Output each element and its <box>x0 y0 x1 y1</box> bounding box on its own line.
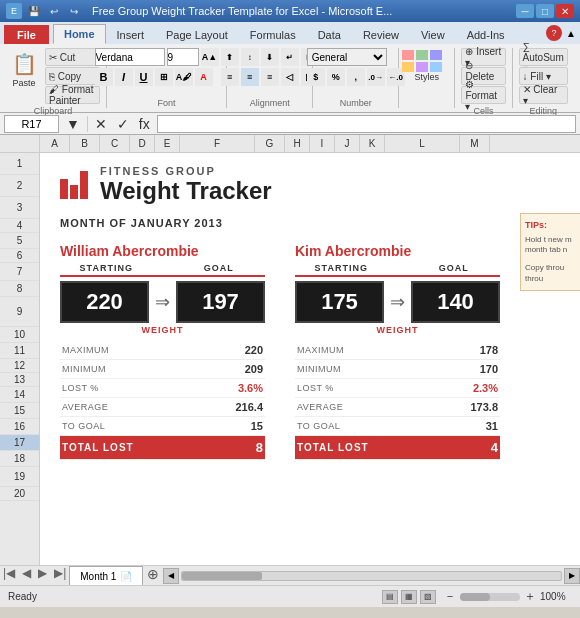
scroll-right-button[interactable]: ▶ <box>564 568 580 584</box>
minimize-ribbon-button[interactable]: ▲ <box>566 28 576 39</box>
col-header-k[interactable]: K <box>360 135 385 152</box>
row-19[interactable]: 19 <box>0 467 39 487</box>
currency-button[interactable]: $ <box>307 68 325 86</box>
underline-button[interactable]: U <box>135 68 153 86</box>
row-14[interactable]: 14 <box>0 387 39 403</box>
percent-button[interactable]: % <box>327 68 345 86</box>
col-header-g[interactable]: G <box>255 135 285 152</box>
tab-file[interactable]: File <box>4 25 49 44</box>
sum-button[interactable]: ∑ AutoSum ▾ <box>519 48 568 66</box>
h-scroll-track[interactable] <box>181 571 562 581</box>
align-left-button[interactable]: ≡ <box>221 68 239 86</box>
redo-button[interactable]: ↪ <box>66 3 82 19</box>
bold-button[interactable]: B <box>95 68 113 86</box>
minimize-button[interactable]: ─ <box>516 4 534 18</box>
tab-home[interactable]: Home <box>53 24 106 44</box>
col-header-e[interactable]: E <box>155 135 180 152</box>
cancel-formula-button[interactable]: ✕ <box>92 116 110 132</box>
row-11[interactable]: 11 <box>0 343 39 359</box>
row-6[interactable]: 6 <box>0 249 39 263</box>
normal-view-button[interactable]: ▤ <box>382 590 398 604</box>
cut-button[interactable]: ✂ Cut <box>45 48 100 66</box>
page-layout-button[interactable]: ▦ <box>401 590 417 604</box>
last-tab-button[interactable]: ▶| <box>51 566 69 585</box>
align-middle-button[interactable]: ↕ <box>241 48 259 66</box>
row-5[interactable]: 5 <box>0 233 39 249</box>
tab-review[interactable]: Review <box>352 25 410 44</box>
clear-button[interactable]: ✕ Clear ▾ <box>519 86 568 104</box>
sheet-tab-month1[interactable]: Month 1 📄 <box>69 566 143 585</box>
col-header-a[interactable]: A <box>40 135 70 152</box>
row-10[interactable]: 10 <box>0 327 39 343</box>
format-painter-button[interactable]: 🖌 Format Painter <box>45 86 100 104</box>
h-scroll-thumb[interactable] <box>182 572 262 580</box>
zoom-in-button[interactable]: ＋ <box>524 588 536 605</box>
help-button[interactable]: ? <box>546 25 562 41</box>
border-button[interactable]: ⊞ <box>155 68 173 86</box>
font-name-input[interactable] <box>95 48 165 66</box>
row-16[interactable]: 16 <box>0 419 39 435</box>
wrap-text-button[interactable]: ↵ <box>281 48 299 66</box>
row-17[interactable]: 17 <box>0 435 39 451</box>
align-top-button[interactable]: ⬆ <box>221 48 239 66</box>
page-break-button[interactable]: ▧ <box>420 590 436 604</box>
comma-button[interactable]: , <box>347 68 365 86</box>
row-4[interactable]: 4 <box>0 219 39 233</box>
indent-decrease-button[interactable]: ◁ <box>281 68 299 86</box>
row-2[interactable]: 2 <box>0 175 39 197</box>
fill-button[interactable]: ↓ Fill ▾ <box>519 67 568 85</box>
formula-input[interactable] <box>157 115 576 133</box>
zoom-slider[interactable] <box>460 593 520 601</box>
font-color-button[interactable]: A <box>195 68 213 86</box>
col-header-f[interactable]: F <box>180 135 255 152</box>
row-18[interactable]: 18 <box>0 451 39 467</box>
col-header-d[interactable]: D <box>130 135 155 152</box>
number-format-select[interactable]: General <box>307 48 387 66</box>
styles-button[interactable]: Styles <box>398 48 456 84</box>
align-right-button[interactable]: ≡ <box>261 68 279 86</box>
row-13[interactable]: 13 <box>0 373 39 387</box>
font-size-input[interactable] <box>167 48 199 66</box>
tab-data[interactable]: Data <box>307 25 352 44</box>
name-box-expand-button[interactable]: ▼ <box>63 116 83 132</box>
next-tab-button[interactable]: ▶ <box>35 566 50 585</box>
fill-color-button[interactable]: A🖌 <box>175 68 193 86</box>
paste-button[interactable]: 📋 Paste <box>6 48 42 90</box>
undo-button[interactable]: ↩ <box>46 3 62 19</box>
tab-formulas[interactable]: Formulas <box>239 25 307 44</box>
select-all-button[interactable] <box>0 135 40 152</box>
col-header-j[interactable]: J <box>335 135 360 152</box>
save-button[interactable]: 💾 <box>26 3 42 19</box>
scroll-left-button[interactable]: ◀ <box>163 568 179 584</box>
dec-increase-button[interactable]: .0→ <box>367 68 385 86</box>
maximize-button[interactable]: □ <box>536 4 554 18</box>
row-20[interactable]: 20 <box>0 487 39 501</box>
col-header-l[interactable]: L <box>385 135 460 152</box>
row-15[interactable]: 15 <box>0 403 39 419</box>
row-3[interactable]: 3 <box>0 197 39 219</box>
add-sheet-button[interactable]: ⊕ <box>143 566 163 585</box>
cells-area[interactable]: FITNESS GROUP Weight Tracker MONTH OF JA… <box>40 153 580 565</box>
tab-add-ins[interactable]: Add-Ins <box>456 25 516 44</box>
tab-page-layout[interactable]: Page Layout <box>155 25 239 44</box>
row-9[interactable]: 9 <box>0 297 39 327</box>
col-header-i[interactable]: I <box>310 135 335 152</box>
cell-reference-input[interactable] <box>4 115 59 133</box>
italic-button[interactable]: I <box>115 68 133 86</box>
tab-insert[interactable]: Insert <box>106 25 156 44</box>
row-8[interactable]: 8 <box>0 281 39 297</box>
col-header-m[interactable]: M <box>460 135 490 152</box>
col-header-h[interactable]: H <box>285 135 310 152</box>
row-1[interactable]: 1 <box>0 153 39 175</box>
format-button[interactable]: ⚙ Format ▾ <box>461 86 505 104</box>
increase-font-button[interactable]: A▲ <box>201 48 219 66</box>
align-center-button[interactable]: ≡ <box>241 68 259 86</box>
first-tab-button[interactable]: |◀ <box>0 566 18 585</box>
align-bottom-button[interactable]: ⬇ <box>261 48 279 66</box>
row-7[interactable]: 7 <box>0 263 39 281</box>
copy-button[interactable]: ⎘ Copy <box>45 67 100 85</box>
prev-tab-button[interactable]: ◀ <box>19 566 34 585</box>
col-header-c[interactable]: C <box>100 135 130 152</box>
close-button[interactable]: ✕ <box>556 4 574 18</box>
row-12[interactable]: 12 <box>0 359 39 373</box>
